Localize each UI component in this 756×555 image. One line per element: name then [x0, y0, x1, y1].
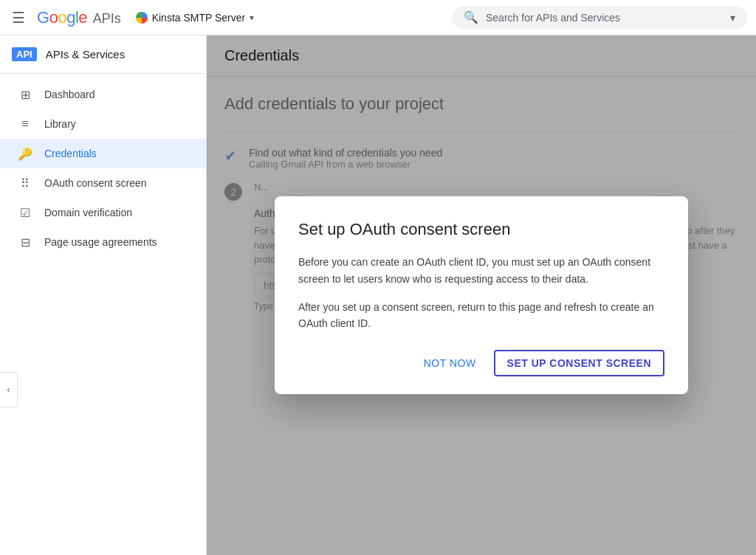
- credentials-icon: 🔑: [18, 146, 32, 161]
- search-placeholder: Search for APIs and Services: [486, 12, 620, 24]
- sidebar-label-page-usage: Page usage agreements: [44, 236, 157, 248]
- sidebar-label-library: Library: [44, 118, 76, 130]
- library-icon: ≡: [18, 117, 32, 131]
- sidebar-item-library[interactable]: ≡ Library: [0, 109, 206, 139]
- sidebar-item-domain[interactable]: ☑ Domain verification: [0, 198, 206, 227]
- sidebar-collapse-button[interactable]: ‹: [0, 372, 18, 407]
- google-logo-text: Google APIs: [37, 8, 121, 27]
- sidebar-label-domain: Domain verification: [44, 207, 132, 218]
- api-badge: API: [12, 47, 37, 61]
- search-dropdown-arrow: ▾: [730, 12, 735, 24]
- sidebar-title: APIs & Services: [46, 48, 126, 61]
- dialog-actions: NOT NOW SET UP CONSENT SCREEN: [298, 350, 664, 376]
- project-dropdown-arrow: ▾: [250, 13, 254, 23]
- search-bar[interactable]: 🔍 Search for APIs and Services ▾: [452, 6, 747, 29]
- hamburger-icon[interactable]: ☰: [9, 6, 28, 30]
- project-avatar: [136, 12, 148, 24]
- dialog-para1: Before you can create an OAuth client ID…: [298, 254, 664, 287]
- google-apis-logo: Google APIs: [37, 8, 121, 27]
- page-usage-icon: ⊟: [18, 235, 32, 249]
- oauth-consent-dialog: Set up OAuth consent screen Before you c…: [275, 196, 688, 394]
- dialog-overlay: Set up OAuth consent screen Before you c…: [207, 35, 756, 555]
- dialog-para2: After you set up a consent screen, retur…: [298, 299, 664, 332]
- sidebar-item-dashboard[interactable]: ⊞ Dashboard: [0, 80, 206, 109]
- domain-icon: ☑: [18, 205, 32, 220]
- sidebar-label-credentials: Credentials: [44, 148, 97, 159]
- sidebar-label-dashboard: Dashboard: [44, 89, 95, 100]
- not-now-button[interactable]: NOT NOW: [412, 350, 488, 376]
- sidebar: API APIs & Services ⊞ Dashboard ≡ Librar…: [0, 35, 207, 555]
- dialog-title: Set up OAuth consent screen: [298, 220, 664, 239]
- search-icon: 🔍: [464, 10, 478, 24]
- dashboard-icon: ⊞: [18, 87, 32, 102]
- project-selector[interactable]: Kinsta SMTP Server ▾: [130, 9, 261, 27]
- apis-label: APIs: [93, 11, 121, 26]
- oauth-icon: ⠿: [18, 176, 32, 190]
- sidebar-item-page-usage[interactable]: ⊟ Page usage agreements: [0, 227, 206, 257]
- top-nav: ☰ Google APIs Kinsta SMTP Server ▾ 🔍 Sea…: [0, 0, 756, 35]
- project-name: Kinsta SMTP Server: [152, 12, 246, 24]
- sidebar-header: API APIs & Services: [0, 35, 206, 74]
- sidebar-nav: ⊞ Dashboard ≡ Library 🔑 Credentials ⠿ OA…: [0, 74, 206, 263]
- main-content: Credentials Add credentials to your proj…: [207, 35, 756, 555]
- sidebar-label-oauth: OAuth consent screen: [44, 177, 147, 189]
- body-layout: API APIs & Services ⊞ Dashboard ≡ Librar…: [0, 35, 756, 555]
- sidebar-item-credentials[interactable]: 🔑 Credentials: [0, 139, 206, 168]
- sidebar-item-oauth[interactable]: ⠿ OAuth consent screen: [0, 168, 206, 198]
- setup-consent-screen-button[interactable]: SET UP CONSENT SCREEN: [494, 350, 664, 376]
